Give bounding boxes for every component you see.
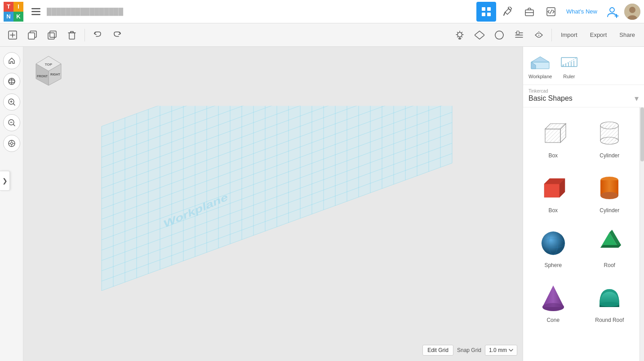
shapes-scroll-area[interactable]: Box [523,107,640,361]
ruler-icon [557,52,581,72]
svg-rect-34 [517,31,519,35]
roof-label: Roof [604,262,615,268]
svg-rect-5 [482,13,485,16]
svg-line-42 [13,104,15,106]
svg-point-146 [542,303,564,311]
undo-button[interactable] [89,26,107,44]
import-button[interactable]: Import [555,29,583,41]
share-button[interactable]: Share [614,29,640,41]
svg-rect-22 [28,33,35,39]
viewport-bottom-controls: Edit Grid Snap Grid 1.0 mm [422,345,517,356]
zoom-out-button[interactable] [3,114,20,131]
menu-icon[interactable] [29,4,43,19]
tinker-button[interactable] [498,2,518,22]
align-button[interactable] [510,26,528,44]
svg-line-45 [13,125,15,126]
svg-line-113 [561,58,577,67]
logo-i: I [13,2,23,12]
svg-text:RIGHT: RIGHT [50,73,61,76]
svg-rect-129 [544,184,560,197]
category-title-row[interactable]: Basic Shapes ▾ [529,94,639,103]
perspective-button[interactable] [3,135,20,152]
gallery-button[interactable] [520,2,539,22]
svg-rect-6 [487,13,491,16]
workplane: Workplane [79,106,484,339]
right-panel: ❯ Workplane [523,47,644,361]
delete-button[interactable] [63,26,81,44]
svg-rect-0 [31,8,40,9]
add-person-button[interactable] [603,2,622,22]
svg-point-128 [600,137,618,144]
mirror-button[interactable] [530,26,548,44]
snap-grid-label: Snap Grid [457,347,481,353]
navigation-cube[interactable]: TOP FRONT RIGHT [31,54,67,90]
shape-item-cyl-orange[interactable]: Cylinder [583,166,636,217]
sphere-label: Sphere [544,262,562,268]
svg-marker-110 [531,57,549,62]
light-button[interactable] [451,26,469,44]
3d-viewport[interactable]: TOP FRONT RIGHT [23,47,523,361]
shape-item-round-roof[interactable]: Round Roof [583,276,636,327]
ruler-label: Ruler [563,74,575,79]
svg-line-11 [550,10,552,13]
project-title[interactable]: ████████████████ [47,8,123,15]
scrollbar-track[interactable] [640,107,644,361]
svg-rect-120 [545,129,560,143]
toolbar-right [451,26,548,44]
whats-new-button[interactable]: What's New [563,8,601,15]
orbit-button[interactable] [3,73,20,90]
svg-point-47 [10,143,13,145]
shape-item-cyl-wire[interactable]: Cylinder [583,111,636,162]
svg-point-138 [542,232,565,255]
circle-note-button[interactable] [490,26,508,44]
shape-item-cone[interactable]: Cone [527,276,580,327]
user-avatar[interactable] [624,4,640,20]
svg-point-148 [600,302,619,307]
new-object-button[interactable] [4,26,22,44]
redo-button[interactable] [108,26,126,44]
shape-item-roof[interactable]: Roof [583,221,636,272]
cyl-orange-label: Cylinder [600,207,619,214]
shape-item-sphere[interactable]: Sphere [527,221,580,272]
box-wire-icon [535,115,571,151]
cone-icon [535,279,571,315]
scrollbar-thumb[interactable] [640,107,644,161]
round-roof-label: Round Roof [595,317,624,323]
round-roof-icon [591,279,627,315]
copy-stamp-button[interactable] [23,26,41,44]
duplicate-button[interactable] [43,26,61,44]
snap-grid-value-text: 1.0 mm [489,347,507,353]
zoom-in-button[interactable] [3,94,20,111]
shape-item-box-red[interactable]: Box [527,166,580,217]
shape-item-box-wire[interactable]: Box [527,111,580,162]
cyl-wire-icon [591,115,627,151]
home-view-button[interactable] [3,52,20,69]
shape-category-header[interactable]: Tinkercad Basic Shapes ▾ [523,85,644,107]
roof-icon [591,224,627,260]
export-button[interactable]: Export [585,29,613,41]
svg-text:FRONT: FRONT [37,75,48,78]
snap-grid-dropdown[interactable]: 1.0 mm [485,345,517,356]
workplane-icon [529,52,552,72]
box-wire-label: Box [548,152,558,159]
svg-rect-3 [482,7,485,11]
nav-right-controls: What's New [476,2,640,22]
svg-rect-4 [487,7,491,11]
svg-rect-23 [50,31,56,37]
workplane-tool[interactable]: Workplane [529,52,552,79]
svg-point-137 [600,192,618,199]
main-area: TOP FRONT RIGHT [0,47,644,361]
note-button[interactable] [471,26,489,44]
edit-grid-button[interactable]: Edit Grid [422,345,453,356]
svg-rect-7 [508,7,511,10]
category-arrow-icon: ▾ [635,94,639,103]
grid-view-button[interactable] [476,2,496,22]
tinkercad-logo[interactable]: T I N K [4,2,23,22]
ruler-tool[interactable]: Ruler [557,52,581,79]
logo-n: N [4,12,13,22]
svg-point-12 [610,8,614,12]
logo-t: T [4,2,13,12]
codeblocks-button[interactable] [541,2,561,22]
cone-label: Cone [546,317,560,323]
left-view-controls [0,47,23,361]
